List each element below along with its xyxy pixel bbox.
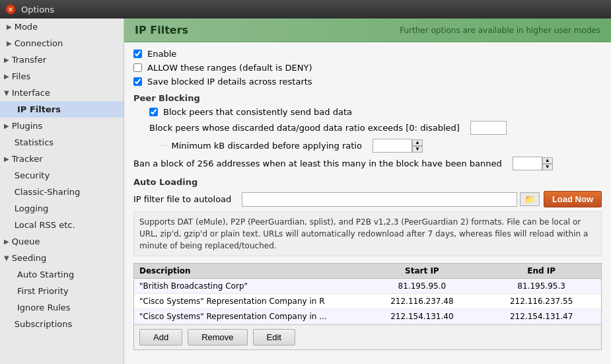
min-kb-decrement-btn[interactable]: ▼: [412, 146, 423, 153]
min-kb-spinbox: 128 ▲ ▼: [373, 139, 423, 153]
sidebar-item-mode[interactable]: ▶ Mode: [0, 18, 124, 35]
sidebar-label-connection: Connection: [15, 38, 63, 48]
title-bar: ✕ Options: [0, 0, 611, 18]
sidebar-item-tracker[interactable]: ▶ Tracker: [0, 151, 124, 167]
window-title: Options: [21, 5, 54, 15]
min-kb-row: ··· Minimum kB discarded before applying…: [133, 139, 602, 153]
save-checkbox[interactable]: [133, 77, 142, 86]
col-start-header: Start IP: [363, 264, 482, 278]
ban-increment-btn[interactable]: ▲: [542, 157, 553, 164]
sidebar-item-files[interactable]: ▶ Files: [0, 68, 124, 85]
content-header: IP Filters Further options are available…: [124, 18, 611, 42]
auto-loading-title: Auto Loading: [133, 177, 602, 187]
allow-label[interactable]: ALLOW these ranges (default is DENY): [147, 63, 312, 73]
arrow-icon: ▶: [4, 73, 9, 80]
sidebar-label-ignore-rules: Ignore Rules: [17, 303, 71, 312]
ratio-input[interactable]: 5.0: [470, 121, 507, 135]
sidebar-label-security: Security: [15, 170, 50, 180]
sidebar-label-plugins: Plugins: [12, 121, 43, 131]
main-layout: ▶ Mode ▶ Connection ▶ Transfer ▶ Files ▼…: [0, 18, 611, 364]
enable-label[interactable]: Enable: [147, 49, 176, 59]
arrow-icon: ▶: [4, 155, 9, 163]
sidebar-item-auto-starting[interactable]: Auto Starting: [0, 266, 124, 283]
sidebar-label-queue: Queue: [12, 237, 40, 246]
app-icon-symbol: ✕: [8, 6, 13, 13]
sidebar-item-ignore-rules[interactable]: Ignore Rules: [0, 299, 124, 316]
table-row[interactable]: "Cisco Systems" Representation Company i…: [134, 309, 601, 324]
min-kb-label: Minimum kB discarded before applying rat…: [171, 141, 361, 151]
ban-input[interactable]: 4: [513, 157, 542, 170]
sidebar-item-first-priority[interactable]: First Priority: [0, 283, 124, 299]
sidebar-item-interface[interactable]: ▼ Interface: [0, 85, 124, 101]
enable-checkbox[interactable]: [133, 50, 142, 58]
ban-decrement-btn[interactable]: ▼: [542, 164, 553, 170]
ratio-row: Block peers whose discarded data/good da…: [133, 121, 602, 135]
row3-end: 212.154.131.47: [482, 309, 601, 324]
arrow-icon: ▶: [4, 56, 9, 63]
sidebar-label-classic-sharing: Classic-Sharing: [15, 187, 81, 197]
sidebar-label-auto-starting: Auto Starting: [17, 270, 74, 279]
load-now-button[interactable]: Load Now: [544, 191, 602, 207]
col-description-header: Description: [134, 264, 363, 278]
content-area: IP Filters Further options are available…: [124, 18, 611, 364]
min-kb-spinbox-buttons: ▲ ▼: [412, 139, 423, 153]
row2-start: 212.116.237.48: [363, 294, 482, 309]
sidebar-item-subscriptions[interactable]: ▶ Subscriptions: [0, 316, 124, 332]
content-body: Enable ALLOW these ranges (default is DE…: [124, 42, 611, 357]
sidebar-item-plugins[interactable]: ▶ Plugins: [0, 118, 124, 134]
sidebar-label-seeding: Seeding: [12, 253, 47, 263]
sidebar-item-seeding[interactable]: ▼ Seeding: [0, 250, 124, 266]
sidebar-label-logging: Logging: [15, 203, 49, 213]
sidebar-item-transfer[interactable]: ▶ Transfer: [0, 52, 124, 68]
remove-button[interactable]: Remove: [188, 329, 247, 346]
block-peers-row: Block peers that consistently send bad d…: [133, 107, 602, 117]
sidebar-item-ip-filters[interactable]: IP Filters: [0, 101, 124, 118]
ip-table: Description Start IP End IP "British Bro…: [133, 263, 602, 350]
sidebar-label-first-priority: First Priority: [17, 286, 69, 296]
arrow-icon: ▶: [4, 122, 9, 129]
sidebar-item-classic-sharing[interactable]: ▶ Classic-Sharing: [0, 184, 124, 200]
table-footer: Add Remove Edit: [134, 324, 601, 349]
file-input[interactable]: http://list.iblocklist.com/?list=bt_leve…: [242, 192, 517, 207]
info-text: Supports DAT (eMule), P2P (PeerGuardian,…: [133, 211, 602, 256]
ratio-label: Block peers whose discarded data/good da…: [149, 123, 460, 133]
sidebar-label-local-rss: Local RSS etc.: [15, 220, 75, 230]
save-label[interactable]: Save blocked IP details across restarts: [147, 77, 312, 87]
file-label: IP filter file to autoload: [133, 194, 231, 204]
table-row[interactable]: "Cisco Systems" Representation Company i…: [134, 294, 601, 309]
sidebar-item-logging[interactable]: ▶ Logging: [0, 200, 124, 217]
add-button[interactable]: Add: [139, 329, 182, 346]
sidebar-label-ip-filters: IP Filters: [17, 104, 61, 114]
content-title: IP Filters: [135, 24, 188, 36]
row2-desc: "Cisco Systems" Representation Company i…: [134, 294, 363, 309]
col-end-header: End IP: [482, 264, 601, 278]
sidebar-item-local-rss[interactable]: ▶ Local RSS etc.: [0, 217, 124, 233]
row1-start: 81.195.95.0: [363, 279, 482, 293]
sidebar-label-statistics: Statistics: [15, 137, 54, 147]
row1-end: 81.195.95.3: [482, 279, 601, 293]
min-kb-increment-btn[interactable]: ▲: [412, 139, 423, 146]
row1-desc: "British Broadcasting Corp": [134, 279, 363, 293]
allow-row: ALLOW these ranges (default is DENY): [133, 63, 602, 73]
arrow-icon: ▶: [7, 23, 12, 30]
block-peers-checkbox[interactable]: [149, 108, 158, 116]
arrow-icon: ▶: [4, 238, 9, 245]
arrow-icon: ▼: [4, 89, 9, 96]
app-icon: ✕: [5, 4, 16, 15]
sidebar-item-security[interactable]: ▶ Security: [0, 167, 124, 184]
sidebar-item-connection[interactable]: ▶ Connection: [0, 35, 124, 52]
min-kb-input[interactable]: 128: [373, 139, 412, 153]
row2-end: 212.116.237.55: [482, 294, 601, 309]
sidebar-label-tracker: Tracker: [12, 154, 43, 164]
sidebar-label-mode: Mode: [15, 22, 38, 32]
sidebar-item-statistics[interactable]: ▶ Statistics: [0, 134, 124, 151]
auto-loading-section: Auto Loading IP filter file to autoload …: [133, 177, 602, 256]
block-peers-label[interactable]: Block peers that consistently send bad d…: [163, 107, 352, 117]
sidebar-item-queue[interactable]: ▶ Queue: [0, 233, 124, 250]
browse-button[interactable]: 📁: [520, 192, 540, 206]
allow-checkbox[interactable]: [133, 63, 142, 72]
table-row[interactable]: "British Broadcasting Corp" 81.195.95.0 …: [134, 279, 601, 294]
content-header-note: Further options are available in higher …: [201, 26, 600, 35]
indent-dots: ···: [160, 141, 167, 151]
edit-button[interactable]: Edit: [253, 329, 295, 346]
